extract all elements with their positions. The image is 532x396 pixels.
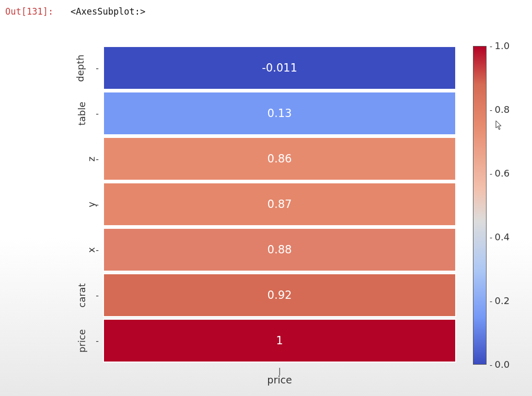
heatmap: -0.0110.130.860.870.880.921	[103, 46, 456, 365]
y-tick: price-	[68, 319, 99, 363]
y-tick: y-	[68, 182, 99, 226]
y-tick: table-	[68, 91, 99, 135]
heatmap-cell: -0.011	[103, 46, 456, 90]
plot-area: -0.0110.130.860.870.880.921 | price dept…	[71, 42, 525, 381]
y-tick-label: x	[85, 247, 96, 253]
output-repr: <AxesSubplot:>	[71, 6, 145, 17]
heatmap-cell: 0.87	[103, 182, 456, 226]
y-tick-label: table	[76, 101, 87, 125]
y-tick: z-	[68, 137, 99, 181]
heatmap-cell: 0.88	[103, 228, 456, 272]
colorbar-tick: - 1.0	[490, 40, 521, 51]
colorbar-tick: - 0.8	[490, 104, 521, 115]
heatmap-cell: 0.13	[103, 91, 456, 135]
y-tick-label: z	[86, 156, 97, 161]
output-prompt: Out[131]:	[5, 6, 53, 17]
colorbar-tick: - 0.0	[490, 359, 521, 370]
x-axis-label: | price	[103, 369, 456, 386]
colorbar-tick: - 0.4	[490, 231, 521, 242]
colorbar	[473, 46, 487, 365]
y-tick-label: depth	[75, 54, 86, 81]
colorbar-tick: - 0.6	[490, 168, 521, 179]
y-tick-label: carat	[76, 283, 87, 307]
heatmap-cell: 0.92	[103, 273, 456, 317]
cursor-icon	[495, 120, 503, 133]
y-tick: carat-	[68, 273, 99, 317]
y-tick: depth-	[68, 46, 99, 90]
colorbar-tick: - 0.2	[490, 295, 521, 306]
x-tick-label: price	[267, 374, 292, 386]
y-tick: x-	[68, 228, 99, 272]
y-tick-label: price	[76, 329, 87, 353]
heatmap-cell: 1	[103, 319, 456, 363]
heatmap-cell: 0.86	[103, 137, 456, 181]
y-tick-label: y	[85, 202, 96, 207]
